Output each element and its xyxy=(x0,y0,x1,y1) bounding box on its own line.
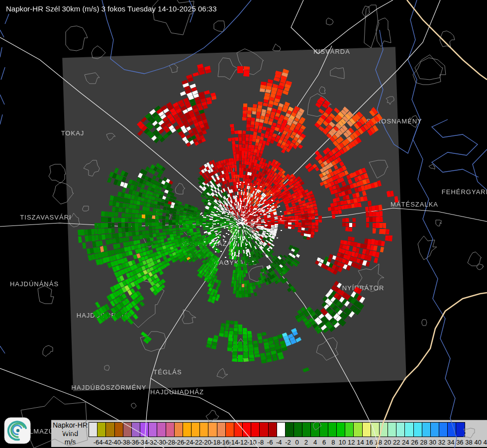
legend-box xyxy=(422,422,431,437)
legend-box xyxy=(345,422,354,437)
legend-tick: 4 xyxy=(313,439,317,446)
legend-tick: 10 xyxy=(339,439,346,446)
city-label: NYÍRBÁTOR xyxy=(342,284,385,292)
legend-tick: 20 xyxy=(384,439,391,446)
city-label: MÁTÉSZALKA xyxy=(390,201,438,208)
legend-box xyxy=(123,422,132,437)
legend-box xyxy=(310,422,319,437)
legend-tick: -32 xyxy=(148,439,157,446)
legend-tick: -6 xyxy=(267,439,273,446)
legend-box xyxy=(277,422,286,437)
legend-tick: -22 xyxy=(193,439,202,446)
map-title: Napkor-HR Szél 30km (m/s) 3 fokos Tuesda… xyxy=(6,4,217,13)
radar-echo-canvas xyxy=(0,0,487,448)
legend-box xyxy=(140,422,149,437)
legend-box xyxy=(183,422,192,437)
legend-box xyxy=(234,422,243,437)
legend-box xyxy=(456,422,465,437)
legend-tick: -10 xyxy=(247,439,257,446)
legend-tick: 24 xyxy=(402,439,409,446)
legend-tick: 38 xyxy=(465,439,472,446)
legend-tick: 34 xyxy=(447,439,454,446)
legend-box xyxy=(413,422,422,437)
legend-box xyxy=(251,422,260,437)
met-service-spiral-logo xyxy=(3,417,31,447)
legend-box xyxy=(89,422,97,437)
legend-box xyxy=(217,422,226,437)
legend-tick: -40 xyxy=(111,439,121,446)
legend-tick: -24 xyxy=(184,439,194,446)
legend-box xyxy=(242,422,251,437)
legend-tick: -42 xyxy=(102,439,112,446)
legend-tick: 16 xyxy=(366,439,373,446)
legend-box xyxy=(166,422,175,437)
legend-box xyxy=(199,422,208,437)
legend-tick: -30 xyxy=(157,439,166,446)
legend-tick: -64 xyxy=(94,439,103,446)
legend-box xyxy=(114,422,123,437)
legend-tick: 30 xyxy=(429,439,436,446)
legend-box xyxy=(353,422,362,437)
city-label: FEHÉRGYARMAT xyxy=(442,188,487,196)
legend-box xyxy=(404,422,413,437)
legend-tick: 0 xyxy=(295,439,299,446)
city-label: NYÍREGYHÁZA xyxy=(180,240,232,247)
legend-box xyxy=(447,422,456,437)
legend-box xyxy=(225,422,234,437)
city-label: NAGYKÁLLÓ xyxy=(214,259,258,266)
legend-title-line3: m/s xyxy=(51,438,89,447)
legend-tick: 22 xyxy=(393,439,400,446)
legend-tick: 12 xyxy=(348,439,355,446)
legend-tick: -18 xyxy=(211,439,220,446)
basemap-canvas xyxy=(0,0,487,448)
legend-tick: -8 xyxy=(258,439,264,446)
legend-tick: -26 xyxy=(175,439,184,446)
legend-tick: -2 xyxy=(285,439,291,446)
legend-box xyxy=(439,422,448,437)
legend-box xyxy=(388,422,396,437)
city-label: TÉGLÁS xyxy=(153,368,182,376)
legend-tick: 32 xyxy=(438,439,445,446)
legend-box xyxy=(157,422,166,437)
legend-tick: -4 xyxy=(276,439,282,446)
legend-title: Napkor-HR Wind m/s xyxy=(51,421,89,447)
legend-tick: -28 xyxy=(166,439,175,446)
map-lines-canvas xyxy=(0,0,487,448)
legend-box xyxy=(131,422,140,437)
legend-box xyxy=(268,422,277,437)
city-label: TISZAVASVÁRI xyxy=(20,214,71,221)
legend-box xyxy=(430,422,439,437)
city-label: KISVÁRDA xyxy=(313,48,350,55)
legend-box xyxy=(293,422,302,437)
city-label: HAJDÚNÁNÁS xyxy=(10,280,59,288)
legend-tick: -38 xyxy=(120,439,130,446)
legend-tick: -12 xyxy=(238,439,248,446)
legend-tick: -34 xyxy=(139,439,148,446)
legend-tick: 14 xyxy=(357,439,364,446)
legend-box xyxy=(379,422,388,437)
legend-box xyxy=(191,422,200,437)
legend-tick: 26 xyxy=(411,439,418,446)
color-scale-legend: Napkor-HR Wind m/s -64-42-40-38-36-34-32… xyxy=(51,420,487,447)
legend-box xyxy=(371,422,380,437)
legend-box xyxy=(208,422,217,437)
legend-tick: 8 xyxy=(331,439,335,446)
city-label: TOKAJ xyxy=(61,129,85,137)
legend-tick: 18 xyxy=(375,439,382,446)
legend-box xyxy=(362,422,371,437)
city-label: HAJDÚHADHÁZ xyxy=(150,388,204,396)
city-label: HAJDÚBÖSZÖRMÉNY xyxy=(72,384,147,391)
legend-color-boxes xyxy=(89,422,465,437)
legend-tick: 36 xyxy=(456,439,463,446)
legend-tick: 42 xyxy=(484,439,487,446)
city-labels-layer: TOKAJKISVÁRDAVÁSÁROSNAMÉNYFEHÉRGYARMATMÁ… xyxy=(0,0,487,448)
legend-box xyxy=(302,422,311,437)
legend-box xyxy=(97,422,106,437)
legend-tick: -14 xyxy=(229,439,238,446)
legend-box xyxy=(259,422,268,437)
legend-tick: -20 xyxy=(202,439,211,446)
city-label: VÁSÁROSNAMÉNY xyxy=(357,117,422,125)
legend-tick: 40 xyxy=(475,439,482,446)
legend-tick: -16 xyxy=(220,439,229,446)
legend-tick: 2 xyxy=(304,439,308,446)
